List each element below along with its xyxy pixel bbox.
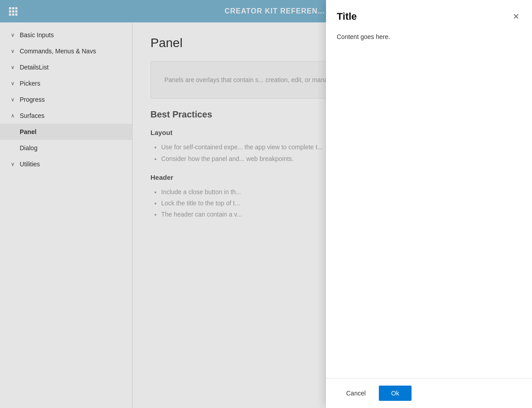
dialog-header: Title ✕: [326, 0, 532, 30]
dialog-panel: Title ✕ Content goes here. Cancel Ok: [326, 0, 532, 408]
cancel-button[interactable]: Cancel: [337, 386, 375, 401]
dialog-content: Content goes here.: [326, 30, 532, 378]
dialog-close-button[interactable]: ✕: [511, 11, 521, 22]
dialog-footer: Cancel Ok: [326, 378, 532, 408]
dialog-overlay: Title ✕ Content goes here. Cancel Ok: [0, 0, 532, 408]
dialog-title: Title: [337, 11, 357, 22]
dialog-content-text: Content goes here.: [337, 33, 521, 40]
ok-button[interactable]: Ok: [379, 386, 412, 401]
